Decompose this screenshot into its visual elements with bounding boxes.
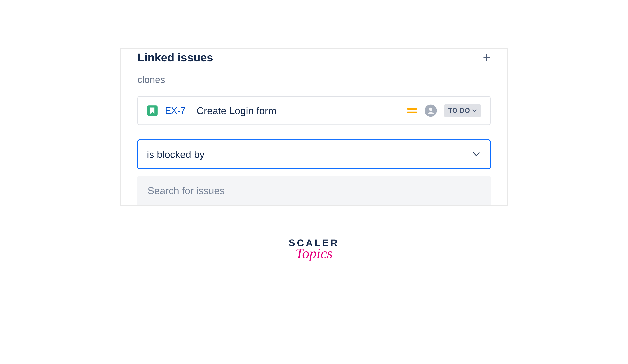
link-type-select[interactable]: is blocked by — [137, 140, 491, 169]
priority-medium-icon — [407, 108, 417, 113]
logo-bottom-text: Topics — [289, 245, 339, 262]
scaler-topics-logo: SCALER Topics — [289, 237, 339, 262]
linked-issues-panel: Linked issues + clones EX-7 Create Login… — [120, 48, 508, 206]
linked-issue-card[interactable]: EX-7 Create Login form TO DO — [137, 96, 491, 125]
status-badge[interactable]: TO DO — [444, 104, 481, 117]
add-link-button[interactable]: + — [483, 51, 491, 64]
status-label: TO DO — [448, 107, 470, 115]
link-relation-label: clones — [137, 74, 491, 85]
search-issues-input[interactable]: Search for issues — [137, 176, 491, 205]
link-type-value: is blocked by — [146, 149, 204, 160]
issue-key[interactable]: EX-7 — [165, 105, 185, 116]
search-placeholder: Search for issues — [148, 185, 480, 196]
story-icon — [147, 105, 157, 116]
panel-header: Linked issues + — [137, 49, 491, 64]
panel-title: Linked issues — [137, 51, 213, 64]
svg-point-0 — [429, 108, 432, 111]
chevron-down-icon — [473, 152, 479, 156]
assignee-avatar-icon — [425, 105, 437, 117]
issue-summary: Create Login form — [197, 105, 399, 116]
chevron-down-icon — [472, 109, 477, 112]
